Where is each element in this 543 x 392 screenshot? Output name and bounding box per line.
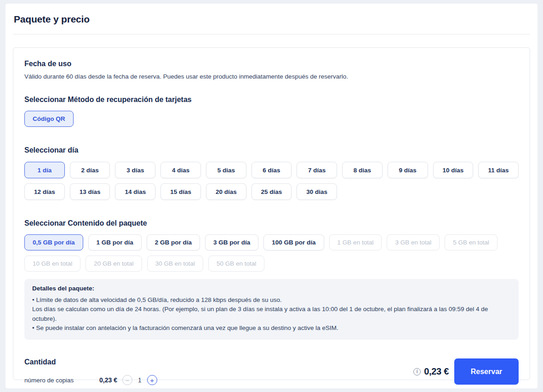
day-option-18[interactable]: 30 dias (297, 183, 337, 200)
day-option-10[interactable]: 10 días (433, 162, 474, 178)
package-option-11: 30 GB en total (147, 256, 203, 272)
day-option-15[interactable]: 15 días (160, 183, 201, 200)
details-line-3: • Se puede instalar con antelación y la … (32, 324, 511, 333)
method-heading: Seleccionar Método de recuperación de ta… (24, 96, 519, 104)
total-price: 0,23 € (424, 366, 449, 377)
package-option-2[interactable]: 1 GB por día (88, 234, 142, 250)
days-heading: Seleccionar día (24, 146, 519, 154)
package-option-6: 1 GB en total (329, 234, 382, 250)
day-option-11[interactable]: 11 días (478, 162, 519, 178)
day-options: 1 día2 días3 días4 dias5 dias6 días7 día… (24, 162, 519, 200)
quantity-summary-row: Cantidad número de copias 0,23 € − 1 + i… (24, 358, 519, 385)
package-option-12: 50 GB en total (208, 256, 264, 272)
details-line-2: Los días se calculan como un día de 24 h… (32, 305, 511, 324)
day-option-5[interactable]: 5 dias (206, 162, 246, 178)
day-option-17[interactable]: 25 días (251, 183, 292, 200)
day-option-1[interactable]: 1 día (24, 162, 65, 178)
usage-heading: Fecha de uso (24, 60, 519, 68)
usage-description: Válido durante 60 días desde la fecha de… (24, 73, 519, 80)
day-option-6[interactable]: 6 días (251, 162, 292, 178)
decrease-quantity-button[interactable]: − (122, 375, 132, 385)
unit-price: 0,23 € (99, 376, 117, 384)
day-option-2[interactable]: 2 días (70, 162, 110, 178)
quantity-section: Cantidad número de copias 0,23 € − 1 + (24, 358, 157, 385)
day-option-14[interactable]: 14 dias (115, 183, 155, 200)
quantity-controls: número de copias 0,23 € − 1 + (24, 375, 157, 385)
day-option-3[interactable]: 3 días (115, 162, 155, 178)
page-title: Paquete y precio (14, 14, 530, 25)
package-price-card: Paquete y precio Fecha de uso Válido dur… (6, 4, 537, 388)
package-option-5[interactable]: 100 GB por día (263, 234, 324, 250)
copies-label: número de copias (24, 377, 99, 384)
details-heading: Detalles del paquete: (32, 285, 511, 292)
info-icon[interactable]: i (413, 368, 421, 375)
day-option-13[interactable]: 13 días (70, 183, 110, 200)
reserve-button[interactable]: Reservar (454, 358, 519, 385)
day-option-16[interactable]: 20 días (206, 183, 246, 200)
day-option-7[interactable]: 7 días (297, 162, 337, 178)
day-option-9[interactable]: 9 días (388, 162, 428, 178)
method-option-1[interactable]: Código QR (24, 111, 74, 127)
increase-quantity-button[interactable]: + (147, 375, 157, 385)
price-summary: i 0,23 € Reservar (413, 358, 519, 385)
package-option-1[interactable]: 0,5 GB por día (24, 234, 83, 250)
package-options: 0,5 GB por día1 GB por día2 GB por día3 … (24, 234, 519, 272)
package-option-3[interactable]: 2 GB por día (147, 234, 200, 250)
package-option-9: 10 GB en total (24, 256, 80, 272)
package-option-10: 20 GB en total (86, 256, 142, 272)
details-line-1: • Límite de datos de alta velocidad de 0… (32, 295, 511, 305)
package-details-box: Detalles del paquete: • Límite de datos … (24, 279, 519, 340)
day-option-4[interactable]: 4 dias (160, 162, 201, 178)
quantity-heading: Cantidad (24, 358, 157, 366)
options-panel: Fecha de uso Válido durante 60 días desd… (13, 47, 530, 380)
package-heading: Seleccionar Contenido del paquete (24, 219, 519, 227)
method-options: Código QR (24, 111, 519, 127)
day-option-12[interactable]: 12 días (24, 183, 65, 200)
package-option-7: 3 GB en total (387, 234, 440, 250)
package-option-4[interactable]: 3 GB por día (205, 234, 258, 250)
package-option-8: 5 GB en total (445, 234, 497, 250)
quantity-value: 1 (138, 376, 142, 384)
details-lines: • Límite de datos de alta velocidad de 0… (32, 295, 511, 333)
day-option-8[interactable]: 8 dias (342, 162, 383, 178)
title-divider (13, 34, 530, 34)
